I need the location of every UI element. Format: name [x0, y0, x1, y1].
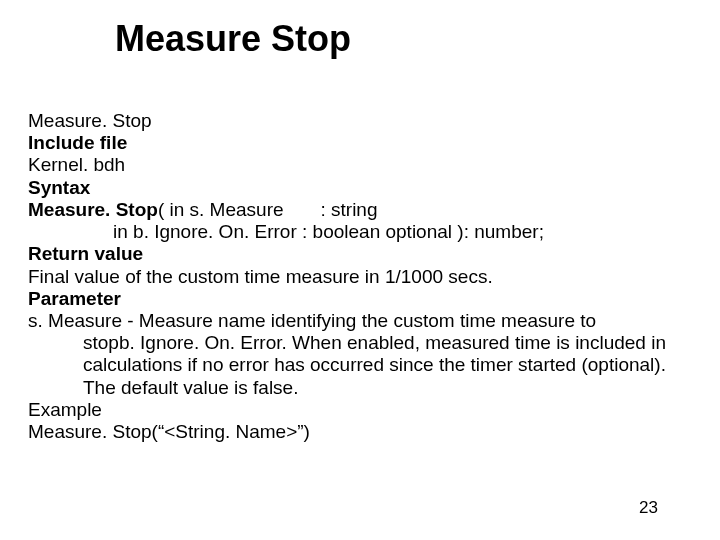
- slide: Measure Stop Measure. Stop Include file …: [0, 0, 720, 540]
- line-include-file-heading: Include file: [28, 132, 692, 154]
- line-parameter-3: calculations if no error has occurred si…: [28, 354, 692, 376]
- page-number: 23: [639, 498, 658, 518]
- line-parameter-2: stopb. Ignore. On. Error. When enabled, …: [28, 332, 692, 354]
- syntax-arg1: ( in s. Measure: [158, 199, 284, 220]
- syntax-fn-name: Measure. Stop: [28, 199, 158, 220]
- line-return-heading: Return value: [28, 243, 692, 265]
- line-include-file-value: Kernel. bdh: [28, 154, 692, 176]
- line-example-code: Measure. Stop(“<String. Name>”): [28, 421, 692, 443]
- slide-title: Measure Stop: [115, 18, 351, 60]
- syntax-type1: : string: [320, 199, 377, 220]
- line-parameter-4: The default value is false.: [28, 377, 692, 399]
- line-example-heading: Example: [28, 399, 692, 421]
- line-parameter-1: s. Measure - Measure name identifying th…: [28, 310, 692, 332]
- slide-body: Measure. Stop Include file Kernel. bdh S…: [28, 110, 692, 443]
- line-syntax-1: Measure. Stop( in s. Measure : string: [28, 199, 692, 221]
- line-syntax-heading: Syntax: [28, 177, 692, 199]
- line-syntax-2: in b. Ignore. On. Error : boolean option…: [28, 221, 692, 243]
- line-parameter-heading: Parameter: [28, 288, 692, 310]
- line-fn-name: Measure. Stop: [28, 110, 692, 132]
- line-return-value: Final value of the custom time measure i…: [28, 266, 692, 288]
